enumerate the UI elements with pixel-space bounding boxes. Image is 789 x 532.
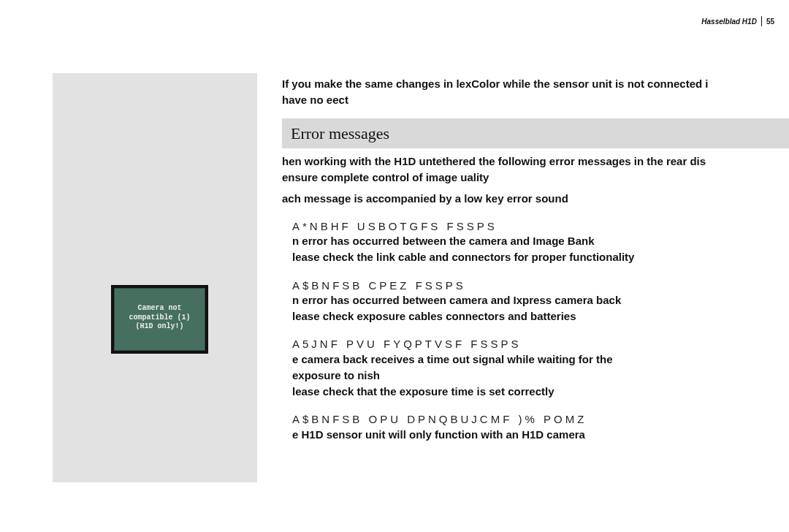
error-line: n error has occurred between camera and … — [292, 293, 789, 308]
lcd-line: compatible (1) — [114, 314, 205, 323]
body-text: hen working with the H1D untethered the … — [282, 154, 789, 169]
lcd-line: Camera not — [114, 304, 205, 314]
camera-lcd: Camera not compatible (1) (H1D only!) — [111, 285, 208, 354]
error-line: lease check exposure cables connectors a… — [292, 309, 789, 324]
error-title: A$BNFSB CPEZ FSSPS — [292, 278, 789, 293]
body-text: ensure complete control of image uality — [282, 170, 789, 185]
error-title: A*NBHF USBOTGFS FSSPS — [292, 219, 789, 234]
section-heading: Error messages — [282, 118, 789, 149]
content-column: If you make the same changes in lexColor… — [282, 77, 789, 444]
figure-panel — [53, 73, 257, 482]
error-line: e H1D sensor unit will only function wit… — [292, 428, 789, 442]
lcd-text: Camera not compatible (1) (H1D only!) — [114, 288, 205, 332]
page-header: Hasselblad H1D 55 — [701, 16, 774, 26]
error-line: lease check that the exposure time is se… — [292, 384, 789, 399]
lcd-line: (H1D only!) — [114, 322, 205, 332]
error-line: n error has occurred between the camera … — [292, 234, 789, 248]
page-number: 55 — [766, 18, 774, 26]
intro-text: have no eect — [282, 93, 789, 107]
body-text: ach message is accompanied by a low key … — [282, 191, 789, 206]
error-line: lease check the link cable and connector… — [292, 250, 789, 265]
intro-text: If you make the same changes in lexColor… — [282, 77, 789, 91]
error-line: e camera back receives a time out signal… — [292, 352, 789, 367]
brand-label: Hasselblad H1D — [701, 18, 757, 26]
error-title: A$BNFSB OPU DPNQBUJCMF )% POMZ — [292, 412, 789, 427]
error-line: exposure to nish — [292, 368, 789, 383]
error-title: A5JNF PVU FYQPTVSF FSSPS — [292, 337, 789, 352]
header-divider — [761, 16, 762, 26]
